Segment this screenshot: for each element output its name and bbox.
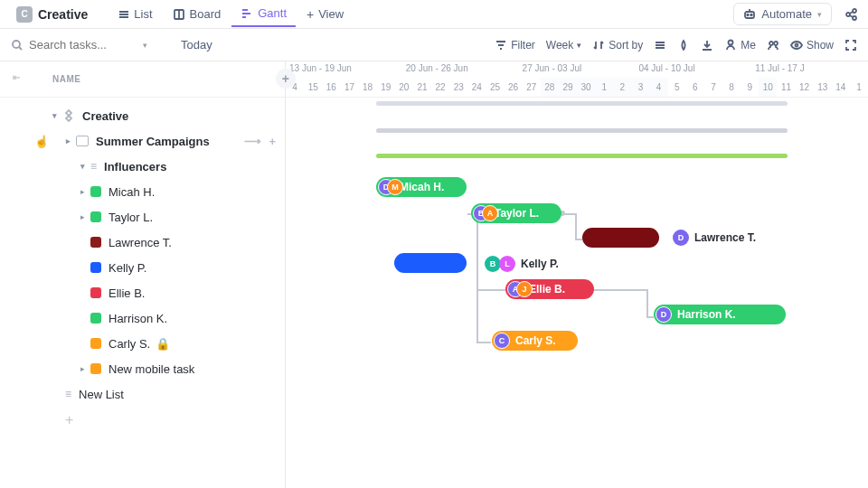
open-arrow-icon[interactable]: ⟶ xyxy=(244,135,261,148)
tree-folder-label: Summer Campaigns xyxy=(96,135,210,148)
search-input[interactable] xyxy=(29,38,137,52)
status-chip xyxy=(90,338,101,349)
gantt-bar[interactable] xyxy=(582,228,659,248)
gantt-bar-label: Harrison K. xyxy=(677,308,736,321)
tree-space-row[interactable]: ▾ Creative xyxy=(0,103,285,128)
task-row[interactable]: Ellie B. xyxy=(0,280,285,305)
avatar: A xyxy=(482,205,498,221)
search-icon xyxy=(11,39,24,52)
day-header: 24 xyxy=(467,78,486,97)
space-name: Creative xyxy=(38,7,88,22)
filter-label: Filter xyxy=(511,39,535,52)
search-input-wrap[interactable]: ▾ xyxy=(11,38,165,52)
gantt-bar[interactable]: AJEllie B. xyxy=(505,279,594,299)
tree-new-list-row[interactable]: ≡ New List xyxy=(0,381,285,407)
automate-label: Automate xyxy=(761,7,812,21)
task-label: Carly S. xyxy=(108,337,150,351)
me-label: Me xyxy=(741,39,756,52)
space-chip[interactable]: C Creative xyxy=(11,3,93,26)
me-mode-button[interactable]: Me xyxy=(724,39,756,52)
task-label: Lawrence T. xyxy=(108,236,172,249)
robot-icon xyxy=(743,8,756,21)
tab-board[interactable]: Board xyxy=(164,1,231,27)
gantt-bar[interactable] xyxy=(394,253,467,273)
gantt-bar[interactable]: DMMicah H. xyxy=(376,177,467,197)
share-icon[interactable] xyxy=(844,8,857,21)
detached-label-text: Kelly P. xyxy=(521,258,559,270)
task-row[interactable]: ▸Taylor L. xyxy=(0,204,285,230)
tab-gantt[interactable]: Gantt xyxy=(231,1,296,27)
gantt-bar-external-label[interactable]: DLawrence T. xyxy=(673,230,756,246)
svg-point-7 xyxy=(13,41,20,48)
sort-button[interactable]: Sort by xyxy=(592,39,643,52)
caret-icon[interactable]: ▸ xyxy=(78,187,87,196)
caret-icon[interactable]: ▾ xyxy=(78,162,87,171)
gantt-bar-label: Micah H. xyxy=(400,181,444,193)
task-row[interactable]: Lawrence T. xyxy=(0,230,285,255)
caret-icon[interactable]: ▾ xyxy=(50,111,59,120)
filter-button[interactable]: Filter xyxy=(495,39,535,52)
task-row[interactable]: ▸New mobile task xyxy=(0,356,285,381)
day-header: 20 xyxy=(395,78,413,97)
tab-board-label: Board xyxy=(190,7,222,21)
day-header: 30 xyxy=(577,78,595,97)
caret-icon[interactable]: ▸ xyxy=(63,136,72,145)
tree-list-row[interactable]: ▾ ≡ Influencers xyxy=(0,154,285,179)
fullscreen-icon[interactable] xyxy=(844,39,857,52)
today-button[interactable]: Today xyxy=(174,34,220,55)
tree-folder-row[interactable]: ☝ ▸ Summer Campaigns ⟶+ xyxy=(0,128,285,154)
gantt-bar-external-label[interactable]: BLKelly P. xyxy=(485,256,559,272)
caret-icon[interactable]: ▸ xyxy=(78,364,87,373)
day-header: 16 xyxy=(322,78,340,97)
automate-button[interactable]: Automate ▾ xyxy=(733,3,832,25)
assignees-icon[interactable] xyxy=(767,39,779,52)
gantt-bar[interactable]: BATaylor L. xyxy=(471,203,561,223)
tab-list[interactable]: List xyxy=(108,1,161,27)
add-subtask-icon[interactable]: + xyxy=(269,135,276,148)
gantt-bar[interactable]: CCarly S. xyxy=(492,331,578,351)
task-label: Kelly P. xyxy=(108,261,146,275)
eye-icon xyxy=(790,39,803,52)
caret-icon[interactable]: ▸ xyxy=(78,212,87,221)
summary-bar[interactable] xyxy=(376,154,788,158)
day-header: 26 xyxy=(505,78,523,97)
critical-path-icon[interactable] xyxy=(677,39,690,52)
day-header: 21 xyxy=(413,78,431,97)
task-row[interactable]: Harrison K. xyxy=(0,305,285,331)
task-row[interactable]: Carly S.🔒 xyxy=(0,331,285,356)
day-header: 19 xyxy=(377,78,395,97)
hand-cursor-icon: ☝ xyxy=(34,135,49,148)
detached-label-text: Lawrence T. xyxy=(694,231,756,244)
day-header: 28 xyxy=(541,78,559,97)
gantt-bar-label: Taylor L. xyxy=(495,207,539,220)
svg-point-10 xyxy=(774,42,778,45)
chevron-down-icon: ▾ xyxy=(817,10,822,19)
sort-label: Sort by xyxy=(609,39,643,52)
tab-add-view-label: View xyxy=(318,7,344,21)
avatar: D xyxy=(673,230,689,246)
add-row-button[interactable]: + xyxy=(0,412,285,428)
timescale-select[interactable]: Week▾ xyxy=(546,39,581,52)
task-row[interactable]: ▸Micah H. xyxy=(0,179,285,204)
collapse-sidebar-icon[interactable]: ⇤ xyxy=(13,72,21,82)
task-label: Micah H. xyxy=(108,185,155,199)
task-row[interactable]: Kelly P. xyxy=(0,255,285,280)
day-header: 8 xyxy=(722,78,741,97)
task-label: New mobile task xyxy=(108,362,194,376)
week-header: 11 Jul - 17 J xyxy=(751,61,868,78)
show-button[interactable]: Show xyxy=(790,39,834,52)
reschedule-icon[interactable] xyxy=(654,39,666,52)
summary-bar[interactable] xyxy=(376,101,788,106)
day-header: 25 xyxy=(486,78,504,97)
tab-add-view[interactable]: + View xyxy=(297,1,353,27)
day-header: 5 xyxy=(668,78,686,97)
add-task-button[interactable]: + xyxy=(276,69,296,89)
day-header: 22 xyxy=(431,78,449,97)
status-chip xyxy=(90,262,101,273)
gantt-bar[interactable]: DHarrison K. xyxy=(654,305,786,324)
chevron-down-icon[interactable]: ▾ xyxy=(143,41,147,50)
summary-bar[interactable] xyxy=(376,128,788,133)
avatar: C xyxy=(494,333,510,349)
tree-new-list-label: New List xyxy=(79,388,124,401)
export-icon[interactable] xyxy=(701,39,713,52)
